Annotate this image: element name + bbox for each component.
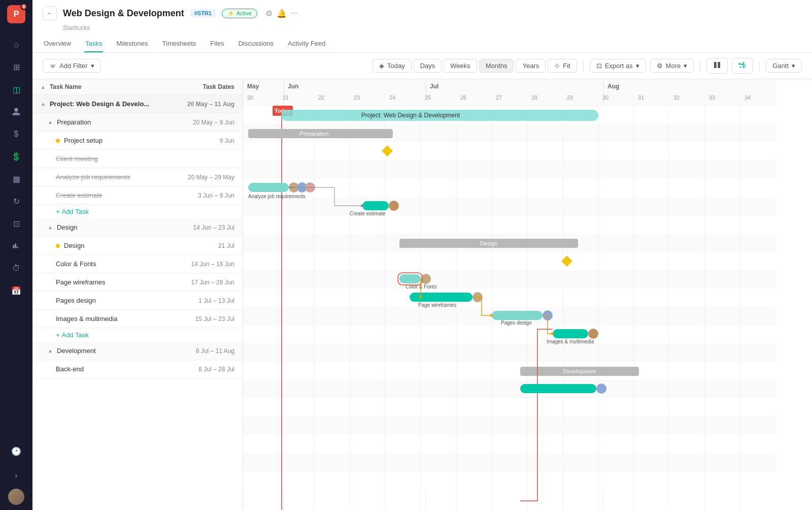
more-icon[interactable]: ··· <box>291 9 297 18</box>
task-date: 8 Jul – 11 Aug <box>168 347 234 355</box>
svg-rect-35 <box>243 252 776 270</box>
table-row[interactable]: Color & Fonts 14 Jun – 18 Jun <box>32 255 243 273</box>
svg-rect-36 <box>243 270 776 289</box>
years-button[interactable]: Years <box>516 59 546 73</box>
task-date: 3 Jun – 9 Jun <box>168 192 234 199</box>
table-row[interactable]: Design 21 Jul <box>32 237 243 255</box>
tab-discussions[interactable]: Discussions <box>238 36 275 52</box>
project-header: ← Web Design & Development #STR1 ⚡ Activ… <box>32 0 812 53</box>
svg-rect-0 <box>714 62 717 68</box>
tab-timesheets[interactable]: Timesheets <box>161 36 197 52</box>
add-filter-button[interactable]: Add Filter ▾ <box>43 59 101 73</box>
sidebar-item-reports[interactable]: ▦ <box>6 169 26 189</box>
task-name: Preparation <box>57 118 168 126</box>
sidebar-item-calendar[interactable]: 📅 <box>6 280 26 301</box>
weeks-button[interactable]: Weeks <box>444 59 477 73</box>
collapse-design-icon[interactable]: ▲ <box>48 225 53 230</box>
gantt-button[interactable]: Gantt ▾ <box>766 59 802 73</box>
sidebar-item-collapse[interactable]: › <box>6 465 26 486</box>
task-name: Page wireframes <box>56 278 168 286</box>
table-row[interactable]: ▲ Development 8 Jul – 11 Aug <box>32 342 243 360</box>
tab-tasks[interactable]: Tasks <box>84 36 103 52</box>
svg-text:27: 27 <box>496 94 502 101</box>
toolbar-divider-2 <box>700 61 700 71</box>
table-row[interactable]: ▲ Project: Web Design & Develo... 20 May… <box>32 95 243 113</box>
days-button[interactable]: Days <box>414 59 442 73</box>
sidebar-item-finance[interactable]: $ <box>6 124 26 144</box>
task-name: Pages design <box>56 297 168 304</box>
sidebar-item-billing[interactable]: 💲 <box>6 146 26 167</box>
svg-rect-91 <box>492 311 543 320</box>
task-name: Client meeting <box>56 155 168 163</box>
sidebar-item-chart[interactable] <box>6 236 26 256</box>
table-row[interactable]: ▲ Design 14 Jun – 23 Jul <box>32 218 243 237</box>
svg-text:23: 23 <box>354 94 360 101</box>
more-button[interactable]: ⚙ More ▾ <box>650 59 694 73</box>
filter2-button[interactable] <box>732 58 753 74</box>
collapse-icon[interactable]: ▲ <box>41 84 46 90</box>
header-top: ← Web Design & Development #STR1 ⚡ Activ… <box>43 6 802 20</box>
project-subtitle: Starbucks <box>63 24 802 31</box>
collapse-dev-icon[interactable]: ▲ <box>48 348 53 354</box>
tab-milestones[interactable]: Milestones <box>115 36 149 52</box>
svg-rect-2 <box>243 79 776 106</box>
tab-files[interactable]: Files <box>209 36 225 52</box>
table-row[interactable]: Pages design 1 Jul – 13 Jul <box>32 292 243 310</box>
table-row[interactable]: ▲ Preparation 20 May – 9 Jun <box>32 113 243 132</box>
export-icon: ⊡ <box>596 62 602 70</box>
sidebar-item-home[interactable]: ⌂ <box>6 35 26 55</box>
sidebar-item-projects[interactable]: ◫ <box>6 79 26 100</box>
svg-rect-33 <box>243 215 776 234</box>
col-dates-header: Task Dates <box>168 83 234 90</box>
svg-rect-45 <box>243 435 776 453</box>
toolbar-divider-3 <box>759 61 760 71</box>
svg-text:May: May <box>247 83 259 90</box>
add-task-button-2[interactable]: + Add Task <box>32 328 243 342</box>
settings-icon[interactable]: ⚙ <box>265 9 273 18</box>
task-name: Images & multimedia <box>56 315 168 323</box>
filter-dropdown-icon: ▾ <box>91 62 94 70</box>
task-name: Design <box>57 224 168 231</box>
table-row[interactable]: Project setup 9 Jun <box>32 132 243 150</box>
tab-bar: Overview Tasks Milestones Timesheets Fil… <box>43 36 802 52</box>
settings2-icon: ⚙ <box>657 62 663 70</box>
back-button[interactable]: ← <box>43 6 57 20</box>
svg-text:28: 28 <box>531 94 537 101</box>
table-row[interactable]: Page wireframes 17 Jun – 28 Jun <box>32 273 243 292</box>
months-button[interactable]: Months <box>479 59 514 73</box>
fit-button[interactable]: ⊹ Fit <box>548 59 577 73</box>
task-status-dot <box>56 244 60 248</box>
svg-text:Development: Development <box>563 368 596 374</box>
svg-text:25: 25 <box>425 94 431 101</box>
sidebar-item-card[interactable]: ⊡ <box>6 213 26 234</box>
user-avatar[interactable] <box>8 489 24 505</box>
task-name: Development <box>57 347 168 355</box>
export-button[interactable]: ⊡ Export as ▾ <box>590 59 646 73</box>
sidebar-item-clock[interactable]: ⏱ <box>6 258 26 278</box>
sidebar-item-clock2[interactable]: 🕐 <box>6 441 26 461</box>
svg-point-77 <box>389 201 399 211</box>
notification-icon[interactable]: 🔔 <box>277 9 287 18</box>
collapse-preparation-icon[interactable]: ▲ <box>48 119 53 125</box>
sidebar-item-people[interactable] <box>6 102 26 122</box>
task-name: Project: Web Design & Develo... <box>50 100 168 108</box>
table-row[interactable]: Create estimate 3 Jun – 9 Jun <box>32 186 243 205</box>
svg-rect-30 <box>243 161 776 179</box>
table-row[interactable]: Back-end 8 Jul – 28 Jul <box>32 360 243 378</box>
table-row[interactable]: Client meeting <box>32 150 243 168</box>
sidebar-item-refresh[interactable]: ↻ <box>6 191 26 211</box>
table-row[interactable]: Images & multimedia 15 Jul – 23 Jul <box>32 310 243 328</box>
today-button[interactable]: ◈ Today <box>373 59 412 73</box>
sidebar-item-dashboard[interactable]: ⊞ <box>6 57 26 77</box>
content-area: ▲ Task Name Task Dates ▲ Project: Web De… <box>32 79 812 510</box>
svg-rect-42 <box>243 380 776 398</box>
more-dropdown-icon: ▾ <box>684 62 687 70</box>
tab-overview[interactable]: Overview <box>43 36 72 52</box>
table-row[interactable]: Analyze job requirements 20 May – 29 May <box>32 168 243 186</box>
columns-button[interactable] <box>706 58 728 74</box>
collapse-project-icon[interactable]: ▲ <box>41 101 46 107</box>
tab-activity[interactable]: Activity Feed <box>287 36 326 52</box>
add-task-button-1[interactable]: + Add Task <box>32 205 243 218</box>
task-name: Color & Fonts <box>56 260 168 268</box>
svg-rect-37 <box>243 289 776 307</box>
